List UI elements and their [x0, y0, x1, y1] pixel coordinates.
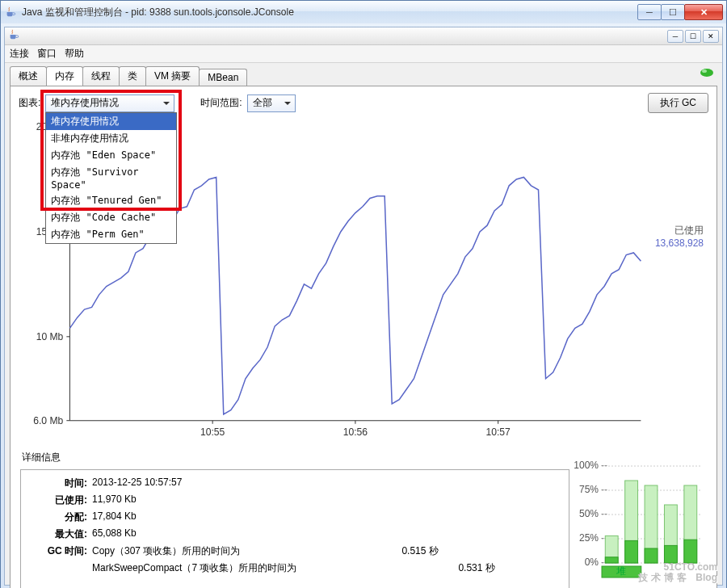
minimize-icon: ─ — [673, 32, 678, 40]
range-combo-value: 全部 — [253, 96, 272, 110]
tab-mbean[interactable]: MBean — [199, 69, 247, 86]
svg-text:75%: 75% — [579, 484, 599, 495]
maximize-icon: ☐ — [690, 32, 696, 40]
detail-used-value: 11,970 Kb — [92, 494, 137, 507]
tab-classes[interactable]: 类 — [119, 66, 146, 86]
dropdown-item[interactable]: 非堆内存使用情况 — [46, 130, 176, 147]
tabs-row: 概述 内存 线程 类 VM 摘要 MBean — [5, 63, 722, 86]
tab-memory[interactable]: 内存 — [46, 66, 83, 86]
tab-threads[interactable]: 线程 — [82, 66, 120, 86]
connection-status-icon — [700, 68, 714, 78]
svg-text:--: -- — [601, 461, 607, 471]
inner-window: ─ ☐ ✕ 连接 窗口 帮助 概述 内存 线程 类 VM 摘要 MBean 图表… — [4, 27, 723, 586]
svg-rect-38 — [645, 548, 658, 563]
java-icon — [4, 6, 17, 19]
dropdown-item[interactable]: 内存池 "Eden Space" — [46, 147, 176, 164]
svg-text:25%: 25% — [579, 532, 599, 544]
detail-alloc-label: 分配: — [31, 510, 87, 524]
detail-time-value: 2013-12-25 10:57:57 — [92, 477, 182, 490]
dropdown-item[interactable]: 堆内存使用情况 — [46, 113, 176, 130]
detail-alloc-value: 17,804 Kb — [92, 510, 137, 524]
used-annotation: 已使用 13,638,928 — [655, 224, 704, 249]
window-buttons: ─ ☐ ✕ — [638, 4, 723, 20]
menu-connect[interactable]: 连接 — [10, 47, 29, 61]
range-combo[interactable]: 全部 — [247, 94, 296, 112]
gc-button[interactable]: 执行 GC — [648, 93, 708, 113]
menu-help[interactable]: 帮助 — [65, 47, 84, 61]
outer-window-title: Java 监视和管理控制台 - pid: 9388 sun.tools.jcon… — [22, 6, 638, 19]
svg-text:--: -- — [601, 508, 607, 519]
tab-body-memory: 图表: 堆内存使用情况 堆内存使用情况 非堆内存使用情况 内存池 "Eden S… — [10, 86, 717, 588]
detail-max-value: 65,088 Kb — [92, 527, 137, 541]
svg-text:100%: 100% — [574, 461, 599, 471]
svg-text:50%: 50% — [579, 508, 599, 519]
inner-close-button[interactable]: ✕ — [703, 30, 719, 43]
menu-window[interactable]: 窗口 — [37, 47, 57, 61]
detail-time-label: 时间: — [31, 477, 87, 490]
svg-text:10:57: 10:57 — [485, 426, 511, 438]
memory-pool-bars: 100%--75%--50%--25%--0%--堆 — [574, 461, 704, 582]
svg-rect-40 — [664, 545, 677, 563]
detail-used-label: 已使用: — [31, 494, 87, 507]
inner-maximize-button[interactable]: ☐ — [685, 30, 701, 43]
dropdown-item[interactable]: 内存池 "Tenured Gen" — [46, 192, 176, 209]
tab-overview[interactable]: 概述 — [10, 66, 47, 86]
details-title: 详细信息 — [22, 451, 61, 464]
svg-point-1 — [702, 69, 707, 73]
svg-text:--: -- — [601, 484, 607, 495]
minimize-button[interactable]: ─ — [637, 4, 662, 20]
svg-rect-34 — [605, 557, 618, 563]
close-icon: ✕ — [708, 32, 714, 40]
inner-titlebar[interactable]: ─ ☐ ✕ — [5, 27, 722, 45]
chart-label: 图表: — [19, 96, 40, 110]
svg-text:10:55: 10:55 — [200, 426, 225, 438]
chart-combo-wrap: 堆内存使用情况 堆内存使用情况 非堆内存使用情况 内存池 "Eden Space… — [45, 94, 174, 112]
chart-combo-value: 堆内存使用情况 — [51, 96, 119, 110]
chart-combo[interactable]: 堆内存使用情况 — [45, 94, 174, 112]
java-icon — [8, 29, 19, 43]
range-label: 时间范围: — [200, 96, 242, 110]
inner-minimize-button[interactable]: ─ — [667, 30, 683, 43]
details-panel: 时间:2013-12-25 10:57:57 已使用:11,970 Kb 分配:… — [20, 469, 569, 588]
tab-vmsummary[interactable]: VM 摘要 — [145, 66, 200, 86]
svg-text:10:56: 10:56 — [343, 426, 368, 438]
close-icon: ✕ — [700, 7, 708, 18]
detail-gc-label: GC 时间: — [31, 544, 87, 558]
menubar: 连接 窗口 帮助 — [5, 45, 722, 63]
svg-text:6.0 Mb: 6.0 Mb — [33, 415, 63, 426]
svg-rect-42 — [684, 540, 697, 563]
outer-titlebar[interactable]: Java 监视和管理控制台 - pid: 9388 sun.tools.jcon… — [1, 1, 726, 23]
controls-row: 图表: 堆内存使用情况 堆内存使用情况 非堆内存使用情况 内存池 "Eden S… — [11, 86, 716, 120]
chart-dropdown-list: 堆内存使用情况 非堆内存使用情况 内存池 "Eden Space" 内存池 "S… — [45, 112, 177, 244]
maximize-button[interactable]: ☐ — [661, 4, 685, 20]
minimize-icon: ─ — [646, 7, 653, 17]
svg-rect-36 — [625, 540, 638, 563]
detail-max-label: 最大值: — [31, 527, 87, 541]
svg-text:0%: 0% — [585, 556, 599, 568]
outer-window: Java 监视和管理控制台 - pid: 9388 sun.tools.jcon… — [0, 0, 727, 588]
svg-text:堆: 堆 — [616, 565, 626, 577]
svg-text:10 Mb: 10 Mb — [36, 331, 64, 342]
maximize-icon: ☐ — [669, 7, 677, 18]
svg-point-0 — [700, 69, 713, 77]
memory-pool-chart[interactable]: 100%--75%--50%--25%--0%--堆 — [574, 461, 704, 582]
dropdown-item[interactable]: 内存池 "Perm Gen" — [46, 226, 176, 243]
close-button[interactable]: ✕ — [684, 4, 723, 20]
dropdown-item[interactable]: 内存池 "Code Cache" — [46, 209, 176, 226]
dropdown-item[interactable]: 内存池 "Survivor Space" — [46, 164, 176, 192]
